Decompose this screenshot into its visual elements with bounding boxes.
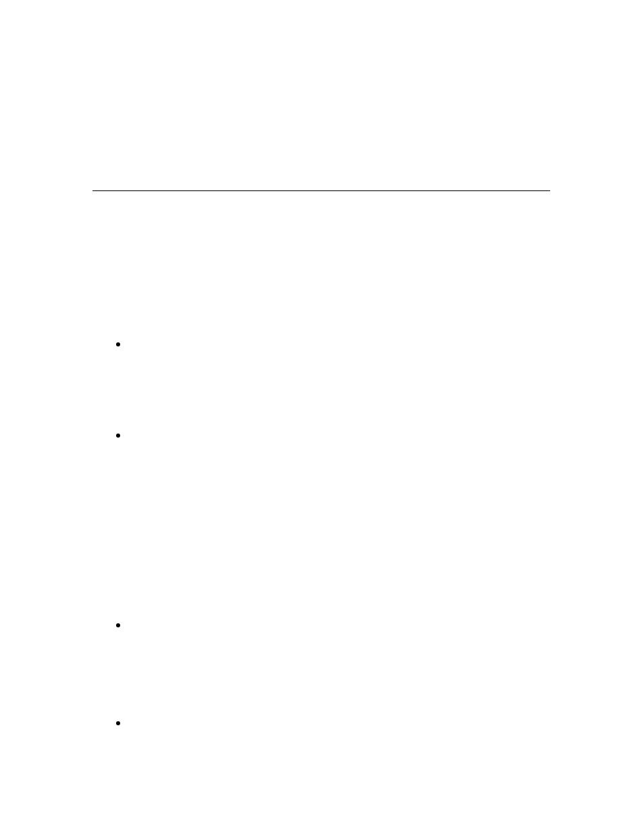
bullet-icon: [116, 434, 120, 438]
horizontal-rule: [92, 190, 550, 191]
bullet-icon: [116, 623, 120, 627]
bullet-icon: [116, 342, 120, 346]
bullet-icon: [116, 721, 120, 725]
